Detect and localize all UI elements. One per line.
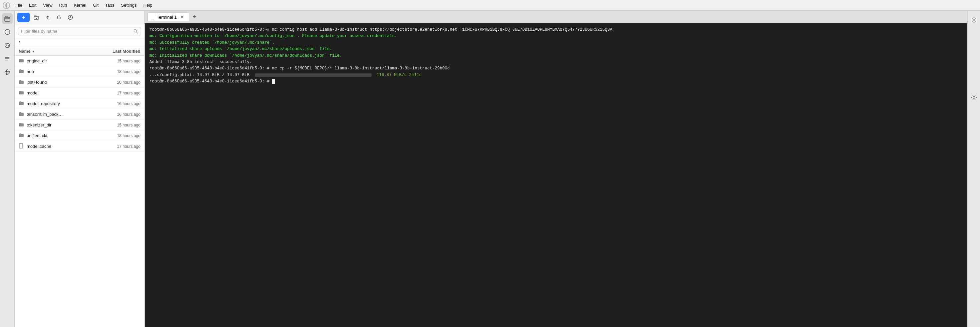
- file-name: unified_ckt: [27, 133, 100, 138]
- terminal-progress-line: ...s/config.pbtxt: 14.97 GiB / 14.97 GiB…: [150, 72, 963, 78]
- file-modified: 15 hours ago: [100, 59, 140, 64]
- terminal-line: root@n-8b660a66-a935-4648-b4e0-11cee6d41…: [150, 27, 963, 33]
- modified-column-header[interactable]: Last Modified: [100, 49, 140, 54]
- sidebar-list-btn[interactable]: [2, 53, 13, 64]
- file-modified: 20 hours ago: [100, 80, 140, 85]
- svg-rect-23: [19, 81, 24, 84]
- table-row[interactable]: engine_dir 15 hours ago: [15, 56, 145, 66]
- svg-point-30: [973, 19, 975, 21]
- terminal-line: mc: Configuration written to `/home/jovy…: [150, 33, 963, 39]
- svg-point-2: [5, 30, 10, 35]
- svg-point-31: [973, 96, 975, 99]
- new-folder-button[interactable]: [32, 13, 41, 22]
- file-name: hub: [27, 69, 100, 74]
- table-row[interactable]: model_repository 16 hours ago: [15, 99, 145, 109]
- menu-settings[interactable]: Settings: [118, 2, 139, 9]
- file-list: engine_dir 15 hours ago hub 18 hours ago…: [15, 56, 145, 327]
- folder-icon: [19, 100, 24, 107]
- table-row[interactable]: unified_ckt 18 hours ago: [15, 131, 145, 141]
- sort-indicator: ▲: [32, 49, 35, 53]
- menu-file[interactable]: File: [13, 2, 25, 9]
- search-icon: [134, 29, 138, 34]
- menu-edit[interactable]: Edit: [26, 2, 39, 9]
- terminal-line: mc: Initialized share uploads `/home/jov…: [150, 46, 963, 53]
- file-modified: 15 hours ago: [100, 123, 140, 128]
- table-row[interactable]: model.cache 17 hours ago: [15, 141, 145, 152]
- menu-view[interactable]: View: [40, 2, 55, 9]
- progress-bar-wrap: [255, 73, 372, 77]
- file-modified: 17 hours ago: [100, 144, 140, 149]
- icon-sidebar: [0, 11, 15, 327]
- right-settings-panel: [967, 11, 980, 327]
- refresh-button[interactable]: [54, 13, 64, 22]
- sidebar-circle-btn[interactable]: [2, 27, 13, 37]
- terminal-line: mc: Successfully created `/home/jovyan/.…: [150, 40, 963, 46]
- file-name: lost+found: [27, 80, 100, 85]
- menu-help[interactable]: Help: [141, 2, 155, 9]
- svg-rect-27: [19, 123, 24, 126]
- name-column-header[interactable]: Name ▲: [19, 49, 100, 54]
- file-modified: 18 hours ago: [100, 69, 140, 74]
- menu-run[interactable]: Run: [56, 2, 70, 9]
- main-layout: +: [0, 11, 980, 327]
- terminal-line: root@n-8b660a66-a935-4648-b4e0-11cee6d41…: [150, 65, 963, 72]
- file-list-header: Name ▲ Last Modified: [15, 47, 145, 56]
- upload-button[interactable]: [43, 13, 52, 22]
- svg-rect-11: [6, 73, 8, 75]
- search-bar: [15, 24, 145, 38]
- new-launcher-button[interactable]: +: [18, 13, 30, 22]
- svg-rect-10: [6, 70, 8, 72]
- terminal-tab-close[interactable]: ✕: [180, 14, 185, 20]
- folder-icon: [19, 90, 24, 96]
- app-logo: [3, 2, 10, 9]
- table-row[interactable]: tensorrtllm_back… 16 hours ago: [15, 109, 145, 120]
- svg-rect-25: [19, 102, 24, 105]
- terminal-line: root@n-8b660a66-a935-4648-b4e0-11cee6d41…: [150, 78, 963, 85]
- terminal-area: _ Terminal 1 ✕ + root@n-8b660a66-a935-46…: [145, 11, 967, 327]
- table-row[interactable]: tokenizer_dir 15 hours ago: [15, 120, 145, 131]
- file-name: tokenizer_dir: [27, 123, 100, 128]
- folder-icon: [19, 122, 24, 128]
- file-panel: +: [15, 11, 145, 327]
- svg-rect-24: [19, 91, 24, 94]
- folder-icon: [19, 111, 24, 118]
- sidebar-extension-btn[interactable]: [2, 67, 13, 77]
- svg-rect-8: [5, 72, 7, 73]
- svg-rect-26: [19, 113, 24, 116]
- menu-git[interactable]: Git: [91, 2, 102, 9]
- sidebar-folder-btn[interactable]: [2, 13, 13, 24]
- svg-line-20: [137, 32, 138, 33]
- terminal-cursor: [272, 79, 275, 84]
- terminal-line: Added `llama-3-8b-instruct` successfully…: [150, 59, 963, 65]
- file-modified: 16 hours ago: [100, 112, 140, 117]
- menubar: File Edit View Run Kernel Git Tabs Setti…: [0, 0, 980, 11]
- git-init-button[interactable]: [66, 13, 75, 22]
- menu-tabs[interactable]: Tabs: [102, 2, 117, 9]
- name-label: Name: [19, 49, 30, 54]
- folder-icon: [19, 79, 24, 85]
- sidebar-git-btn[interactable]: [2, 40, 13, 51]
- file-name: model: [27, 91, 100, 96]
- file-name: engine_dir: [27, 58, 100, 64]
- table-row[interactable]: model 17 hours ago: [15, 88, 145, 99]
- settings-gear-icon[interactable]: [969, 15, 979, 26]
- file-modified: 16 hours ago: [100, 101, 140, 106]
- table-row[interactable]: hub 18 hours ago: [15, 66, 145, 77]
- svg-rect-22: [19, 70, 24, 73]
- svg-rect-28: [19, 134, 24, 137]
- menu-kernel[interactable]: Kernel: [71, 2, 89, 9]
- file-icon: [19, 143, 24, 150]
- svg-marker-4: [6, 43, 9, 47]
- svg-rect-1: [5, 18, 10, 21]
- terminal-tab-icon: _: [152, 15, 154, 19]
- terminal-add-button[interactable]: +: [190, 12, 199, 22]
- table-row[interactable]: lost+found 20 hours ago: [15, 77, 145, 88]
- terminal-settings-gear-icon[interactable]: [969, 92, 979, 103]
- file-name: model_repository: [27, 101, 100, 106]
- terminal-content[interactable]: root@n-8b660a66-a935-4648-b4e0-11cee6d41…: [145, 23, 967, 327]
- terminal-tab-1[interactable]: _ Terminal 1 ✕: [148, 12, 189, 21]
- file-modified: 18 hours ago: [100, 134, 140, 138]
- file-toolbar: +: [15, 11, 145, 24]
- folder-icon: [19, 69, 24, 75]
- search-input[interactable]: [21, 29, 131, 34]
